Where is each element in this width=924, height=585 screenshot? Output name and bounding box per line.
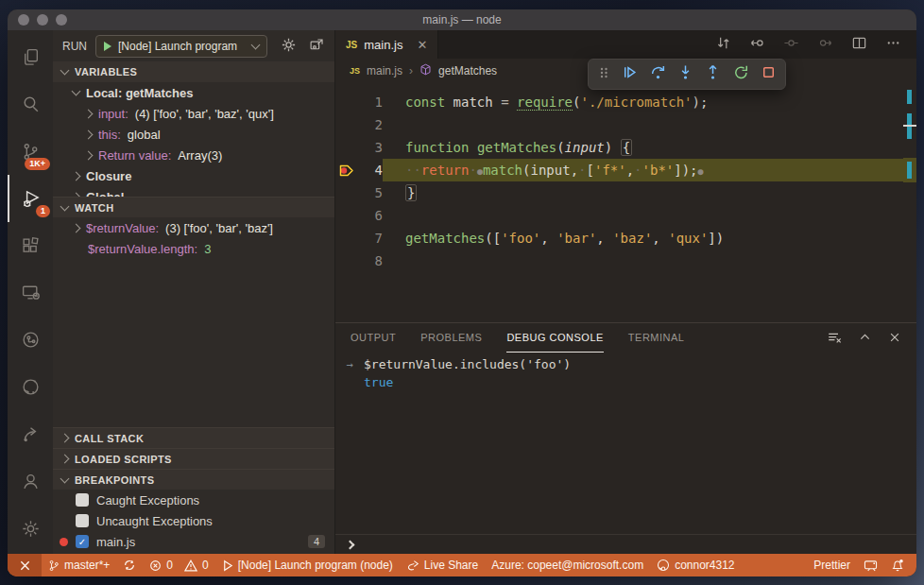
chevron-right-icon[interactable] [84,109,94,118]
live-share-icon[interactable] [8,317,53,364]
settings-gear-icon[interactable] [8,505,53,552]
breakpoint-checkbox[interactable] [76,514,89,527]
share-export-icon[interactable] [8,411,53,458]
step-over-button[interactable] [650,64,666,84]
chevron-down-icon[interactable] [72,87,81,96]
extensions-icon[interactable] [8,222,53,269]
split-editor-icon[interactable] [851,35,867,55]
explorer-icon[interactable] [8,34,53,81]
sync-changes-icon[interactable] [116,554,143,576]
notifications-bell-icon[interactable] [884,554,911,576]
collapse-panel-icon[interactable] [858,330,872,346]
chevron-right-icon[interactable] [84,150,94,160]
close-tab-icon[interactable]: ✕ [417,38,427,52]
watch-row[interactable]: $returnValue:(3) ['foo', 'bar', 'baz'] [53,217,334,238]
remote-indicator[interactable] [8,554,42,576]
breakpoint-checkbox[interactable] [76,493,89,507]
breakpoint-checkbox[interactable]: ✓ [76,535,89,548]
chevron-right-icon[interactable] [72,171,81,181]
variable-row[interactable]: Local: getMatches [53,82,334,103]
source-control-icon[interactable]: 1K+ [8,129,53,176]
launch-config-dropdown[interactable]: [Node] Launch program [95,35,267,58]
git-branch-status[interactable]: master*+ [42,554,116,576]
step-out-button[interactable] [705,64,721,84]
start-debug-icon[interactable] [104,42,111,51]
breakpoint-row[interactable]: ✓main.js4 [53,531,334,552]
variable-row[interactable]: Global [53,186,334,197]
code-line-text: const match = require('./micromatch'); [383,91,916,113]
run-and-debug-icon[interactable]: 1 [8,175,53,222]
configure-gear-icon[interactable] [281,37,297,56]
variable-row[interactable]: input:(4) ['foo', 'bar', 'baz', 'qux'] [53,103,334,124]
vscode-window: main.js — node 1K+ 1 [8,9,916,576]
tab-main-js[interactable]: JS main.js ✕ [335,30,438,59]
github-account-status[interactable]: connor4312 [650,554,741,576]
accounts-icon[interactable] [8,457,53,505]
breakpoint-row[interactable]: Caught Exceptions [53,490,334,510]
remote-explorer-icon[interactable] [8,269,53,317]
feedback-icon[interactable] [857,554,884,576]
breakpoint-gutter[interactable] [335,91,356,113]
github-icon[interactable] [8,364,53,411]
breakpoint-gutter[interactable] [335,181,356,204]
variable-row[interactable]: Return value:Array(3) [53,145,334,165]
code-line[interactable]: 5} [335,181,916,204]
current-line-breakpoint-icon[interactable] [335,159,356,181]
clear-console-icon[interactable] [827,330,842,347]
debug-launch-status[interactable]: [Node] Launch program (node) [215,554,400,576]
loaded-scripts-section-header[interactable]: LOADED SCRIPTS [53,448,334,469]
minimize-window-button[interactable] [37,14,48,26]
code-line[interactable]: 6 [335,204,916,227]
panel-tab-bar: OUTPUTPROBLEMSDEBUG CONSOLETERMINAL [335,323,916,353]
prettier-status[interactable]: Prettier [807,554,857,576]
close-panel-icon[interactable] [888,331,901,346]
panel-tab-problems[interactable]: PROBLEMS [420,323,482,353]
zoom-window-button[interactable] [56,14,67,26]
variable-row[interactable]: this:global [53,124,334,145]
variables-section-header[interactable]: VARIABLES [53,61,334,82]
watch-row[interactable]: $returnValue.length:3 [53,238,334,259]
code-line[interactable]: 3function getMatches(input) { [335,136,916,159]
toolbar-drag-handle[interactable] [597,65,610,84]
debug-console-input[interactable] [335,534,916,554]
chevron-right-icon[interactable] [72,192,81,197]
stop-button[interactable] [761,64,777,84]
continue-button[interactable] [622,64,638,84]
search-icon[interactable] [8,81,53,129]
breakpoints-section-header[interactable]: BREAKPOINTS [53,469,334,490]
code-line[interactable]: 7getMatches(['foo', 'bar', 'baz', 'qux']… [335,227,916,249]
activity-bar: 1K+ 1 [8,30,53,554]
source-control-badge: 1K+ [25,158,50,170]
open-debug-console-icon[interactable] [309,37,325,56]
navigate-back-icon[interactable] [749,35,765,55]
code-line[interactable]: 4··return·●match(input,·['f*',·'b*']);● [335,159,916,181]
chevron-right-icon[interactable] [84,129,94,139]
panel-tab-terminal[interactable]: TERMINAL [628,323,685,353]
chevron-right-icon[interactable] [72,223,81,232]
code-line[interactable]: 2 [335,113,916,136]
problems-status[interactable]: 0 0 [143,554,214,576]
close-window-button[interactable] [18,14,29,26]
panel-tab-output[interactable]: OUTPUT [351,323,396,353]
step-into-button[interactable] [677,64,693,84]
compare-changes-icon[interactable] [715,35,731,55]
breakpoint-gutter[interactable] [335,113,356,136]
code-line[interactable]: 8 [335,249,916,272]
breakpoint-gutter[interactable] [335,204,356,227]
code-editor[interactable]: 1const match = require('./micromatch');2… [335,83,916,322]
title-bar: main.js — node [8,9,916,30]
variable-row[interactable]: Closure [53,165,334,186]
more-actions-icon[interactable] [885,35,901,55]
restart-button[interactable] [733,64,749,84]
azure-account-status[interactable]: Azure: copeet@microsoft.com [485,554,650,576]
debug-badge: 1 [36,205,50,217]
live-share-status[interactable]: Live Share [400,554,485,576]
panel-tab-debug-console[interactable]: DEBUG CONSOLE [506,323,603,353]
breakpoint-gutter[interactable] [335,136,356,159]
watch-section-header[interactable]: WATCH [53,197,334,217]
breakpoint-gutter[interactable] [335,227,356,249]
call-stack-section-header[interactable]: CALL STACK [53,427,334,448]
code-line[interactable]: 1const match = require('./micromatch'); [335,91,916,113]
breakpoint-row[interactable]: Uncaught Exceptions [53,510,334,531]
breakpoint-gutter[interactable] [335,249,356,272]
